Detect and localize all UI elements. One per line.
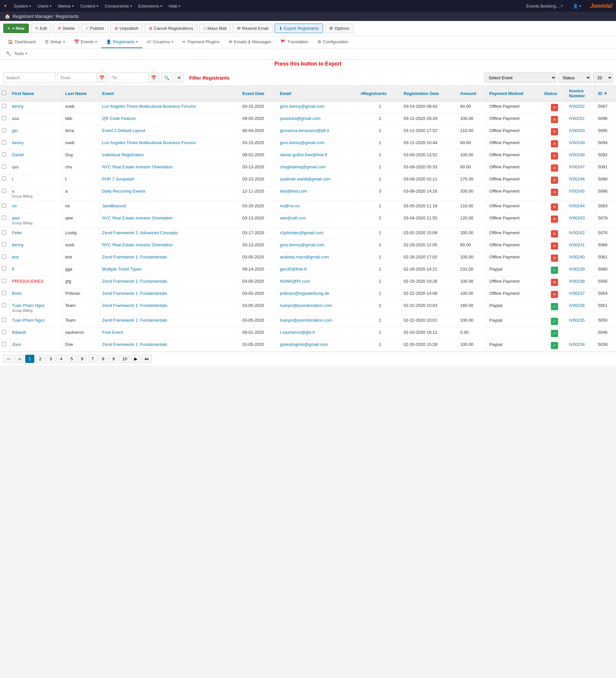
select-event-dropdown[interactable]: Select Event [484,72,557,83]
col-payment-method[interactable]: Payment Method [487,86,542,101]
invoice-link[interactable]: IV00240 [569,255,584,259]
row-checkbox[interactable] [2,189,6,193]
email-link[interactable]: gms.benny@gmail.com [280,140,324,145]
status-icon[interactable]: ✕ [551,140,558,147]
row-checkbox[interactable] [2,152,6,157]
invoice-link[interactable]: IV00237 [569,291,584,296]
email-link[interactable]: t.saulneron@gfa.fr [280,330,315,335]
subnav-registrants[interactable]: 👤 Registrants ▾ [101,36,142,48]
invoice-link[interactable]: IV00250 [569,128,584,133]
edit-button[interactable]: ✎ Edit [31,24,51,33]
col-registrants-count[interactable]: #Registrants [358,86,401,101]
row-checkbox[interactable] [2,164,6,169]
first-name-link[interactable]: PRODUCIONES [12,279,44,284]
row-checkbox[interactable] [2,255,6,259]
from-date-input[interactable] [57,72,97,83]
col-first-name[interactable]: First Name [10,86,63,101]
first-name-link[interactable]: t [12,177,13,182]
resend-email-button[interactable]: ✉ Resend Email [233,24,273,33]
subnav-events[interactable]: 📅 Events ▾ [69,36,102,48]
first-name-link[interactable]: qwe [12,216,20,220]
email-link[interactable]: tuanpn@joomdonation.com [280,303,332,308]
event-link[interactable]: Los Angeles Times Multicultural Business… [102,140,196,145]
first-name-link[interactable]: gio [12,128,18,133]
subnav-coupons[interactable]: 🏷 Coupons ▾ [142,36,178,48]
nav-help[interactable]: Help ▾ [165,0,183,12]
event-link[interactable]: Zend Framework 1: Fundamentals [102,255,167,259]
first-page-button[interactable]: ⏮ [3,355,13,363]
mass-mail-button[interactable]: □ Mass Mail [199,24,231,33]
email-link[interactable]: test@test.com [280,189,307,194]
options-button[interactable]: ⚙ Options [325,24,354,33]
subnav-payment[interactable]: ✏ Payment Plugins [178,36,224,48]
last-page-button[interactable]: ⏭ [142,355,152,363]
row-checkbox[interactable] [2,216,6,220]
page-9-button[interactable]: 9 [109,355,118,363]
event-link[interactable]: QR Code Feature [102,116,136,121]
page-1-button[interactable]: 1 [25,355,34,363]
invoice-link[interactable]: IV00251 [569,116,584,121]
status-icon[interactable]: ✕ [551,164,558,172]
invoice-link[interactable]: IV00244 [569,203,584,208]
status-icon[interactable]: ✕ [551,279,558,286]
row-checkbox[interactable] [2,242,6,247]
col-amount[interactable]: Amount [458,86,487,101]
invoice-link[interactable]: IV00243 [569,216,584,220]
col-invoice[interactable]: InvoiceNumber [567,86,596,101]
from-calendar-button[interactable]: 📅 [97,72,107,83]
status-dropdown[interactable]: Status [559,72,591,83]
per-page-dropdown[interactable]: 20 [593,72,613,83]
event-link[interactable]: Zend Framework 1: Fundamentals [102,303,167,308]
col-last-name[interactable]: Last Name [63,86,100,101]
row-checkbox[interactable] [2,203,6,208]
first-name-link[interactable]: Peter [12,230,22,235]
col-event-date[interactable]: Event Date [240,86,278,101]
status-icon[interactable]: ✕ [551,116,558,123]
status-icon[interactable]: ✕ [551,216,558,223]
col-email[interactable]: Email [278,86,359,101]
subnav-emails[interactable]: ✉ Emails & Messages [224,36,276,48]
row-checkbox[interactable] [2,279,6,283]
status-icon[interactable]: ✓ [551,342,558,349]
clear-search-button[interactable]: ✕ [174,72,184,83]
email-link[interactable]: analista.marx@gmail.com [280,255,329,259]
event-link[interactable]: Individual Registration [102,152,144,157]
email-link[interactable]: wer@sdf.com [280,216,306,220]
email-link[interactable]: NAWA@Pr.com [280,279,310,284]
invoice-link[interactable]: IV00252 [569,104,584,109]
user-menu[interactable]: 👤 ▾ [570,4,584,8]
status-icon[interactable]: ✕ [551,104,558,111]
email-link[interactable]: pptestingmts@gmail.com [280,342,328,347]
email-link[interactable]: tuanpn@joomdonation.com [280,318,332,323]
status-icon[interactable]: ✕ [551,128,558,135]
invoice-link[interactable]: IV00242 [569,230,584,235]
page-4-button[interactable]: 4 [56,355,66,363]
event-link[interactable]: Event 2 Default Layout [102,128,145,133]
row-checkbox[interactable] [2,230,6,234]
invoice-link[interactable]: IV00245 [569,189,584,194]
event-link[interactable]: Free Event [102,330,123,335]
first-name-link[interactable]: test [12,255,19,259]
select-all-checkbox[interactable] [2,91,6,95]
subnav-setup[interactable]: ☰ Setup ▾ [40,36,69,48]
event-link[interactable]: NYC Real Estate Investor Orientation [102,242,172,247]
row-checkbox[interactable] [2,140,6,144]
row-checkbox[interactable] [2,291,6,295]
first-name-link[interactable]: Jhon [12,342,21,347]
event-link[interactable]: JandBeyond [102,203,126,208]
status-icon[interactable]: ✕ [551,203,558,211]
status-icon[interactable]: ✕ [551,152,558,159]
status-icon[interactable]: ✓ [551,267,558,274]
email-link[interactable]: azalinah.wahit@gmail.com [280,177,331,182]
first-name-link[interactable]: a [12,189,14,194]
cancel-registrations-button[interactable]: ⊘ Cancel Registrations [145,24,197,33]
first-name-link[interactable]: benny [12,104,24,109]
email-link[interactable]: giovanna.terravazzi@jdt.it [280,128,329,133]
email-link[interactable]: psasinka@gmail.com [280,116,321,121]
row-checkbox[interactable] [2,267,6,271]
col-event[interactable]: Event [100,86,240,101]
to-date-input[interactable] [109,72,149,83]
status-icon[interactable]: ✓ [551,330,558,337]
event-link[interactable]: Los Angeles Times Multicultural Business… [102,104,196,109]
email-link[interactable]: daniel.guillot.free@free.fr [280,152,327,157]
